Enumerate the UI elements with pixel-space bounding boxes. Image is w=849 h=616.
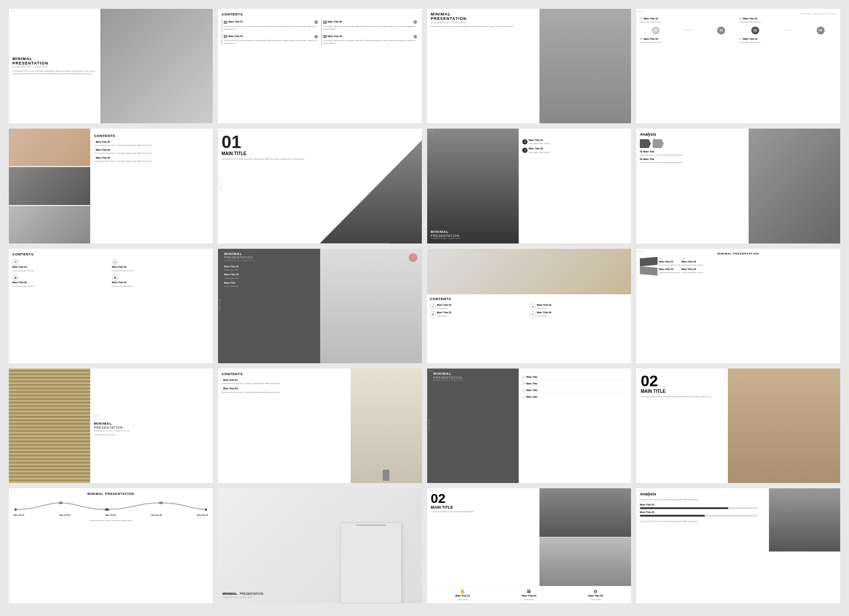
slide-4-line — [684, 30, 693, 30]
slide-12-body-2: Lorem ipsum dolor sit amet — [681, 264, 703, 266]
slide-7-label-1: Main Title 01 — [528, 139, 550, 142]
slide-8-label-2: 02 Main Title — [640, 158, 745, 161]
svg-point-1 — [58, 502, 63, 504]
slide-4-body-4: Lorem ipsum dolor sit amet — [739, 41, 837, 44]
slide-7-layout: MINIMAL PRESENTATION POWERPOINT TEMPLATE… — [427, 129, 631, 243]
slide-6-layout: 01 Main Title Lorem ipsum dolor sit amet… — [218, 129, 422, 243]
slide-11-text-3: Main Title 03 Lorem ipsum — [437, 311, 451, 317]
slide-11-item-1: ⊙ Main Title 01 Lorem ipsum — [430, 304, 528, 310]
slide-19-icon-1: ✋ Main Title 01 Lorem ipsum — [455, 589, 470, 601]
slide-9-grid: ⊙ Main Title 01 Lorem ipsum dolor sit am… — [12, 259, 209, 288]
slide-15-num-3: 03 — [522, 389, 525, 392]
slide-7-item-1: 1 Main Title 01 Lorem ipsum dolor sit am… — [522, 139, 627, 145]
slide-11-item-4: ✦ Main Title 04 Lorem ipsum — [530, 311, 628, 317]
slide-11-title: CONTENTS — [430, 297, 628, 301]
slide-11-icon-1: ⊙ — [430, 304, 436, 310]
slide-8-body-2: Lorem ipsum dolor sit amet, consectetur … — [640, 161, 745, 164]
slide-3-subtitle: PRESENTATION — [431, 17, 530, 21]
slide-1: MINIMAL PRESENTATION POWERPOINT TEMPLATE… — [9, 9, 213, 123]
slide-7-body-1: Lorem ipsum dolor sit amet — [528, 142, 550, 145]
slide-19-number: 02 — [431, 492, 536, 505]
slide-10-label-3: Main Title — [224, 281, 317, 285]
slide-19-body: Lorem ipsum dolor sit amet, consectetur … — [431, 510, 536, 513]
slide-15-tag: POWERPOINT TEMPLATE — [433, 379, 515, 381]
slide-19-icon-symbol-3: ⚙ — [588, 589, 603, 594]
slide-18-phone — [340, 523, 402, 603]
slide-5-bullet-3: • — [94, 156, 95, 160]
slide-12-body-4: Lorem ipsum dolor sit amet — [681, 271, 703, 274]
slide-18-title: MINIMAL — [222, 592, 237, 596]
slide-13-subtitle: PRESENTATION — [94, 426, 209, 430]
slide-19-icon-3: ⚙ Main Title 03 Lorem ipsum — [588, 589, 603, 601]
slide-2-item-3: 03 Main Title 03 Lorem ipsum dolor sit a… — [222, 34, 319, 46]
slide-4-grid: 01 Main Title 01 Lorem ipsum dolor sit a… — [640, 17, 837, 44]
slide-11-label-2: Main Title 02 — [537, 304, 551, 307]
slide-8-layout: Analysis 01 Main Title Lorem ipsum dolor… — [636, 129, 840, 243]
slide-19: 02 Main Title Lorem ipsum dolor sit amet… — [427, 488, 631, 603]
slide-8-title: Analysis — [640, 132, 745, 137]
slide-19-top: 02 Main Title Lorem ipsum dolor sit amet… — [427, 488, 631, 586]
slide-9-icon-4: ❖ — [112, 274, 118, 281]
slide-7-num-2: 2 — [522, 148, 528, 153]
slide-15-layout: MINIMAL MINIMAL PRESENTATION POWERPOINT … — [427, 369, 631, 483]
slide-9-body-2: Lorem ipsum dolor sit amet — [112, 270, 209, 272]
slide-11-body-1: Lorem ipsum — [437, 307, 451, 310]
slide-12-item-2: 52% Main Title 02 Lorem ipsum dolor sit … — [681, 258, 703, 266]
slide-5-img-2 — [9, 167, 90, 205]
slide-5-label-3: Main Title 03 — [96, 156, 111, 160]
slide-1-image — [100, 9, 213, 123]
slide-10-layout: MINIMAL MINIMAL PRESENTATION POWERPOINT … — [218, 249, 422, 363]
slide-10-tag: POWERPOINT TEMPLATE — [224, 259, 317, 262]
slide-19-icon-body-2: Lorem ipsum — [522, 598, 536, 601]
slide-11-label-1: Main Title 01 — [437, 304, 451, 307]
slide-13-body: Lorem ipsum dolor sit amet — [94, 433, 209, 436]
slide-2: CONTENTS 01 Main Title 01 Lorem ipsum do… — [218, 9, 422, 123]
slide-15-brand: MINIMAL PRESENTATION POWERPOINT TEMPLATE — [433, 372, 515, 382]
slide-15-item-1: 01 Main Title — [522, 376, 627, 380]
slide-6-triangle-area — [320, 140, 422, 243]
slide-10-label-2: Main Title 02 — [224, 273, 317, 276]
slide-20: Analysis Lorem ipsum dolor sit amet, con… — [636, 488, 840, 603]
slide-15-items: 01 Main Title 02 Main Title 03 Main Titl… — [522, 376, 627, 399]
slide-16-content: 02 Main Title Lorem ipsum dolor sit amet… — [636, 369, 738, 403]
slide-16-body: Lorem ipsum dolor sit amet, consectetur … — [641, 395, 734, 398]
slide-15-num-2: 02 — [522, 382, 525, 386]
slide-4-label-3: Main Title 01 — [644, 38, 658, 41]
slide-20-bar-2: Main Title 02 — [640, 511, 758, 517]
slide-15-left: MINIMAL MINIMAL PRESENTATION POWERPOINT … — [427, 369, 519, 483]
slide-4-row-4: 04 Main Title 01 — [739, 38, 837, 41]
slide-12-item-3: Main Title 03 Lorem ipsum dolor sit amet — [659, 268, 680, 274]
slide-4-num-4: 04 — [739, 38, 742, 41]
slide-8-content: Analysis 01 Main Title Lorem ipsum dolor… — [636, 129, 749, 243]
slide-6: 01 Main Title Lorem ipsum dolor sit amet… — [218, 129, 422, 243]
slide-4-row-1: 01 Main Title 01 — [640, 17, 738, 21]
slide-20-bar-1: Main Title 01 — [640, 503, 758, 509]
slide-3-content: MINIMAL PRESENTATION POWERPOINT TEMPLATE… — [427, 9, 533, 31]
slide-7: MINIMAL PRESENTATION POWERPOINT TEMPLATE… — [427, 129, 631, 243]
slide-7-num-1: 1 — [522, 139, 528, 144]
slide-20-bar-1-header: Main Title 01 — [640, 503, 758, 507]
slide-4-item-4: 04 Main Title 01 Lorem ipsum dolor sit a… — [739, 38, 837, 44]
slide-11-item-3: ⊞ Main Title 03 Lorem ipsum — [430, 311, 528, 317]
slide-17-label-3: Main Title 03 — [106, 514, 116, 516]
slide-3-body: Lorem ipsum dolor sit amet, consectetur … — [431, 25, 530, 28]
slide-7-content: 1 Main Title 01 Lorem ipsum dolor sit am… — [519, 129, 631, 243]
slide-17-label-2: Main Title 02 — [60, 514, 70, 516]
slide-19-icon-label-1: Main Title 01 — [455, 594, 470, 597]
slide-14-item-2: • Main Title 02 Lorem ipsum dolor sit am… — [222, 387, 347, 393]
slide-10-image — [320, 249, 422, 363]
slide-20-image — [769, 488, 840, 551]
slide-2-num-1: 01 — [224, 21, 227, 24]
slide-4: MINIMAL PRESENTATION 01 Main Title 01 Lo… — [636, 9, 840, 123]
slide-4-item-3: 03 Main Title 01 Lorem ipsum dolor sit a… — [640, 38, 738, 44]
slide-19-icon-body-3: Lorem ipsum — [588, 598, 603, 601]
slide-4-circle-1: 01 — [652, 27, 660, 34]
slide-5-title: CONTENTS — [94, 134, 209, 138]
slide-10-brand: MINIMAL PRESENTATION POWERPOINT TEMPLATE — [224, 252, 317, 262]
slide-9-label-4: Main Title 04 — [112, 281, 209, 284]
slide-14-label-1: Main Title 01 — [223, 379, 238, 382]
slide-9-label-3: Main Title 03 — [12, 281, 110, 284]
slide-4-circle-4: 04 — [817, 27, 825, 34]
slide-2-body-2: Lorem ipsum dolor sit amet, consectetur … — [323, 25, 417, 30]
slide-17-label-4: Main Title 04 — [151, 514, 162, 516]
